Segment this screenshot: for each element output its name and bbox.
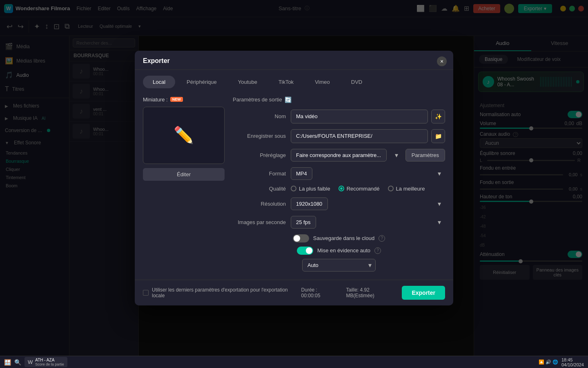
modal-overlay: Exporter × Local Périphérique Youtube Ti…: [0, 0, 588, 356]
auto-select[interactable]: Auto: [302, 259, 376, 272]
prereglage-select-wrapper: Faire correspondre aux paramètre...: [291, 149, 402, 162]
tab-local[interactable]: Local: [143, 76, 175, 88]
nom-input[interactable]: Ma vidéo: [291, 110, 428, 123]
mise-evidence-row: Mise en évidence auto ?: [233, 247, 445, 255]
qualite-label: Qualité: [233, 186, 286, 192]
enregistrer-input-group: C:/Users/FOUTA ENTREPRISE/ 📁: [291, 129, 445, 143]
modal-footer: Utiliser les derniers paramètres d'expor…: [135, 280, 453, 305]
mise-evidence-label: Mise en évidence auto: [317, 247, 370, 254]
resolution-label: Résolution: [233, 201, 286, 207]
modal-header: Exporter ×: [135, 51, 453, 70]
params-button[interactable]: Paramètres: [405, 149, 445, 162]
auto-select-wrapper: Auto: [302, 259, 376, 272]
qualite-meilleure-option[interactable]: La meilleure: [388, 186, 425, 192]
sauvegarde-label: Sauvegarde dans le cloud: [313, 235, 374, 241]
tab-peripherique[interactable]: Périphérique: [177, 76, 227, 88]
format-select[interactable]: MP4: [291, 167, 312, 180]
mise-evidence-toggle[interactable]: [297, 247, 313, 255]
enregistrer-label: Enregistrer sous: [233, 133, 286, 139]
radio-meilleure: [388, 186, 394, 191]
time-display: 18:45 04/10/2024: [561, 357, 584, 367]
tab-dvd[interactable]: DVD: [341, 76, 372, 88]
format-select-wrapper: MP4: [291, 167, 445, 180]
qualite-recommande-option[interactable]: Recommandé: [339, 186, 380, 192]
radio-faible: [291, 186, 296, 191]
qualite-meilleure-label: La meilleure: [396, 186, 425, 192]
checkbox-label: Utiliser les derniers paramètres d'expor…: [152, 287, 296, 298]
resolution-select[interactable]: 1920x1080: [291, 197, 328, 210]
search-taskbar-icon[interactable]: 🔍: [14, 359, 21, 366]
modal-thumbnail-section: Miniature : NEW ✏️ Éditer: [143, 96, 225, 272]
modal-params-section: Paramètres de sortie 🔄 Nom Ma vidéo ✨ E: [233, 96, 445, 272]
thumbnail-preview: ✏️: [143, 107, 225, 164]
radio-recommande: [339, 186, 344, 191]
taskbar-icons-group: 🔼 🔊 🌐: [539, 359, 558, 365]
windows-start-icon[interactable]: 🪟: [4, 359, 11, 366]
params-refresh-icon: 🔄: [285, 96, 292, 103]
footer-info: Durée : 00:00:05 Taille: 4.92 MB(Estimée…: [301, 287, 397, 298]
filmora-app-icon: W: [28, 359, 33, 365]
fps-select-wrapper: 25 fps: [291, 216, 445, 229]
resolution-row: Résolution 1920x1080: [233, 197, 445, 210]
checkbox-box: [143, 290, 149, 296]
export-final-button[interactable]: Exporter: [402, 286, 445, 300]
format-label: Format: [233, 171, 286, 177]
auto-select-row: Auto: [233, 259, 445, 272]
qualite-row: Qualité La plus faible Recommandé La: [233, 186, 445, 192]
fps-label: Images par seconde: [233, 219, 286, 225]
enregistrer-row: Enregistrer sous C:/Users/FOUTA ENTREPRI…: [233, 129, 445, 143]
miniature-label: Miniature :: [143, 96, 168, 103]
modal-close-button[interactable]: ×: [437, 56, 447, 66]
prereglage-select[interactable]: Faire correspondre aux paramètre...: [291, 149, 387, 162]
tab-youtube[interactable]: Youtube: [228, 76, 267, 88]
taskbar-app-filmora[interactable]: W ATH - AZA Score de la partie: [24, 357, 67, 367]
tab-vimeo[interactable]: Vimeo: [305, 76, 340, 88]
ai-rename-button[interactable]: ✨: [431, 110, 445, 123]
modal-body: Miniature : NEW ✏️ Éditer Paramètres de …: [135, 88, 453, 280]
user-label: ATH - AZA: [35, 358, 64, 362]
sauvegarde-row: Sauvegarde dans le cloud ?: [233, 234, 445, 242]
prereglage-label: Préréglage: [233, 152, 286, 158]
prereglage-group: Faire correspondre aux paramètre... Para…: [291, 149, 445, 162]
enregistrer-input[interactable]: C:/Users/FOUTA ENTREPRISE/: [291, 129, 428, 143]
modal-title: Exporter: [143, 57, 170, 65]
quality-radios: La plus faible Recommandé La meilleure: [291, 186, 445, 192]
user-sub: Score de la partie: [35, 362, 64, 366]
edit-thumbnail-button[interactable]: Éditer: [143, 168, 225, 181]
thumbnail-edit-icon: ✏️: [174, 126, 194, 145]
taskbar: 🪟 🔍 W ATH - AZA Score de la partie 🔼 🔊 🌐…: [0, 356, 588, 368]
footer-checkbox[interactable]: Utiliser les derniers paramètres d'expor…: [143, 287, 296, 298]
clock-time: 18:45: [561, 357, 584, 362]
params-section-label: Paramètres de sortie 🔄: [233, 96, 445, 103]
tab-tiktok[interactable]: TikTok: [269, 76, 303, 88]
sauvegarde-help-icon[interactable]: ?: [379, 235, 385, 242]
fps-row: Images par seconde 25 fps: [233, 216, 445, 229]
duree-info: Durée : 00:00:05: [301, 287, 336, 298]
browse-folder-button[interactable]: 📁: [431, 129, 445, 143]
qualite-faible-option[interactable]: La plus faible: [291, 186, 330, 192]
mise-evidence-help-icon[interactable]: ?: [374, 247, 381, 254]
fps-select[interactable]: 25 fps: [291, 216, 316, 229]
qualite-recommande-label: Recommandé: [347, 186, 380, 192]
clock-date: 04/10/2024: [561, 362, 584, 367]
taskbar-app-info: ATH - AZA Score de la partie: [35, 358, 64, 366]
taskbar-start: 🪟 🔍: [4, 359, 21, 366]
new-badge: NEW: [170, 97, 183, 102]
prereglage-row: Préréglage Faire correspondre aux paramè…: [233, 149, 445, 162]
qualite-faible-label: La plus faible: [299, 186, 330, 192]
nom-row: Nom Ma vidéo ✨: [233, 110, 445, 123]
miniature-label-row: Miniature : NEW: [143, 96, 225, 103]
export-modal: Exporter × Local Périphérique Youtube Ti…: [135, 51, 453, 305]
format-row: Format MP4: [233, 167, 445, 180]
sauvegarde-toggle[interactable]: [293, 234, 309, 242]
modal-tabs: Local Périphérique Youtube TikTok Vimeo …: [135, 70, 453, 88]
nom-label: Nom: [233, 113, 286, 119]
resolution-select-wrapper: 1920x1080: [291, 197, 445, 210]
nom-input-group: Ma vidéo ✨: [291, 110, 445, 123]
taskbar-right: 🔼 🔊 🌐 18:45 04/10/2024: [539, 357, 584, 367]
taille-info: Taille: 4.92 MB(Estimée): [346, 287, 397, 298]
